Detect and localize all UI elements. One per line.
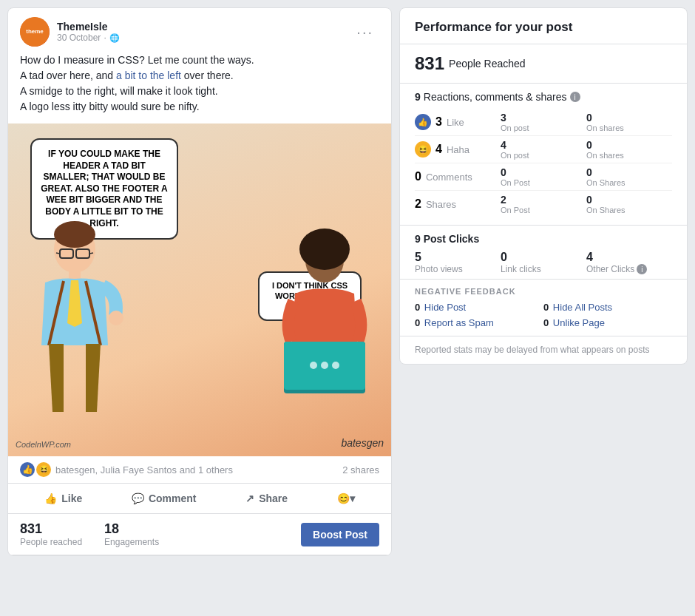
engagements-number: 18	[104, 521, 159, 537]
comments-on-post: 0 On Post	[501, 166, 586, 187]
reactions-label: Reactions, comments & shares	[424, 91, 567, 103]
comments-row: 0 Comments 0 On Post 0 On Shares	[415, 163, 672, 191]
performance-panel: Performance for your post 831 People Rea…	[399, 7, 688, 365]
reactions-count: 9	[415, 91, 421, 103]
hide-all-posts-link[interactable]: Hide All Posts	[553, 302, 612, 313]
svg-point-17	[321, 362, 328, 369]
like-on-post: 3 On post	[501, 112, 586, 132]
emoji-button[interactable]: 😊▾	[325, 487, 367, 510]
post-actions-bar: 👍 Like 💬 Comment ↗ Share 😊▾	[8, 484, 391, 514]
reached-label: People Reached	[449, 58, 526, 70]
haha-reaction-row: 😆 4 Haha 4 On post 0 On shares	[415, 136, 672, 163]
haha-on-shares: 0 On shares	[586, 139, 672, 160]
hide-post-link[interactable]: Hide Post	[424, 302, 466, 313]
clicks-grid: 5 Photo views 0 Link clicks 4 Other Clic…	[415, 251, 672, 274]
post-text-line1: How do I measure in CSS? Let me count th…	[20, 53, 379, 68]
reached-number: 831	[415, 53, 444, 74]
performance-title: Performance for your post	[415, 20, 672, 35]
boost-post-button[interactable]: Boost Post	[301, 523, 379, 546]
other-clicks-num: 4	[586, 251, 593, 264]
post-image: IF YOU COULD MAKE THE HEADER A TAD BIT S…	[8, 123, 391, 456]
reached-label: People reached	[20, 537, 82, 547]
hide-post-item: 0 Hide Post	[415, 302, 543, 313]
comments-on-shares: 0 On Shares	[586, 166, 672, 187]
unlike-page-link[interactable]: Unlike Page	[553, 317, 605, 328]
negative-feedback-grid: 0 Hide Post 0 Hide All Posts 0 Report as…	[415, 302, 672, 328]
like-icon: 👍	[44, 493, 57, 504]
share-label: Share	[259, 493, 288, 504]
comment-button[interactable]: 💬 Comment	[120, 487, 208, 510]
reactions-header: 9 Reactions, comments & shares i	[415, 91, 672, 103]
shares-count: 2 shares	[342, 464, 379, 475]
share-icon: ↗	[245, 493, 254, 504]
haha-on-post: 4 On post	[501, 139, 586, 160]
post-text-line4: A logo less itty bitty would sure be nif…	[20, 99, 379, 115]
post-date: 30 October	[57, 33, 101, 43]
svg-line-7	[89, 253, 93, 254]
photo-views-cell: 5 Photo views	[415, 251, 501, 274]
shares-row: 2 Shares 2 On Post 0 On Shares	[415, 191, 672, 217]
post-text: How do I measure in CSS? Let me count th…	[8, 53, 391, 123]
more-options-button[interactable]: ···	[350, 21, 379, 44]
post-clicks-header: 9 Post Clicks	[415, 233, 672, 245]
person-right-figure	[280, 227, 369, 434]
dot-separator: ·	[104, 33, 106, 43]
author-name[interactable]: ThemeIsle	[57, 21, 120, 33]
like-name: Like	[447, 117, 464, 128]
shares-on-post: 2 On Post	[501, 194, 586, 214]
hide-post-num: 0	[415, 302, 420, 313]
post-stats-bar: 👍 😆 batesgen, Julia Faye Santos and 1 ot…	[8, 456, 391, 484]
svg-point-3	[54, 221, 95, 248]
reactions-section: 9 Reactions, comments & shares i 👍 3 Lik…	[400, 84, 687, 226]
unlike-page-item: 0 Unlike Page	[543, 317, 672, 328]
like-button[interactable]: 👍 Like	[33, 487, 94, 510]
shares-on-shares: 0 On Shares	[586, 194, 672, 214]
like-circle-icon: 👍	[415, 114, 431, 130]
haha-reaction-left: 😆 4 Haha	[415, 141, 501, 158]
share-button[interactable]: ↗ Share	[234, 487, 299, 510]
haha-reaction-icon: 😆	[36, 462, 51, 477]
svg-point-18	[332, 362, 339, 369]
post-panel: theme ThemeIsle 30 October · 🌐 ··· How d…	[7, 7, 392, 556]
watermark-right: batesgen	[341, 437, 384, 449]
avatar: theme	[20, 17, 50, 47]
reached-number: 831	[20, 521, 82, 537]
page-wrapper: theme ThemeIsle 30 October · 🌐 ··· How d…	[7, 7, 688, 556]
person-left-figure	[23, 212, 126, 434]
report-spam-link[interactable]: Report as Spam	[424, 317, 494, 328]
post-clicks-label: Post Clicks	[424, 233, 479, 245]
unlike-page-num: 0	[543, 317, 549, 328]
performance-header: Performance for your post	[400, 8, 687, 44]
svg-point-13	[299, 229, 350, 270]
stat-item-engagements: 18 Engagements	[104, 521, 159, 547]
haha-name: Haha	[447, 144, 469, 155]
photo-views-num: 5	[415, 251, 501, 264]
like-total: 3	[435, 115, 442, 129]
shares-total: 2	[415, 197, 421, 211]
other-clicks-info-icon[interactable]: i	[637, 264, 647, 274]
comments-left: 0 Comments	[415, 170, 501, 183]
reactions-info-icon[interactable]: i	[570, 92, 580, 102]
like-on-shares: 0 On shares	[586, 112, 672, 132]
comment-label: Comment	[149, 493, 197, 504]
other-clicks-cell: 4 Other Clicks i	[586, 251, 672, 274]
svg-line-6	[56, 253, 60, 254]
shares-left: 2 Shares	[415, 197, 501, 211]
like-reaction-icon: 👍	[20, 462, 35, 477]
photo-views-label: Photo views	[415, 264, 501, 274]
comic-container: IF YOU COULD MAKE THE HEADER A TAD BIT S…	[8, 123, 391, 456]
post-clicks-section: 9 Post Clicks 5 Photo views 0 Link click…	[400, 226, 687, 280]
people-reached-section: 831 People Reached	[400, 44, 687, 84]
shares-name: Shares	[426, 199, 456, 210]
post-header-left: theme ThemeIsle 30 October · 🌐	[20, 17, 120, 47]
disclaimer: Reported stats may be delayed from what …	[400, 336, 687, 364]
comments-total: 0	[415, 170, 421, 183]
reactions-total: batesgen, Julia Faye Santos and 1 others	[55, 464, 233, 475]
hide-all-posts-num: 0	[543, 302, 549, 313]
haha-circle-icon: 😆	[415, 141, 431, 158]
emoji-icon: 😊▾	[337, 493, 355, 504]
like-reaction-row: 👍 3 Like 3 On post 0 On shares	[415, 109, 672, 136]
post-clicks-count: 9	[415, 233, 421, 245]
other-clicks-label: Other Clicks	[586, 264, 634, 274]
negative-feedback-header: NEGATIVE FEEDBACK	[415, 287, 672, 296]
